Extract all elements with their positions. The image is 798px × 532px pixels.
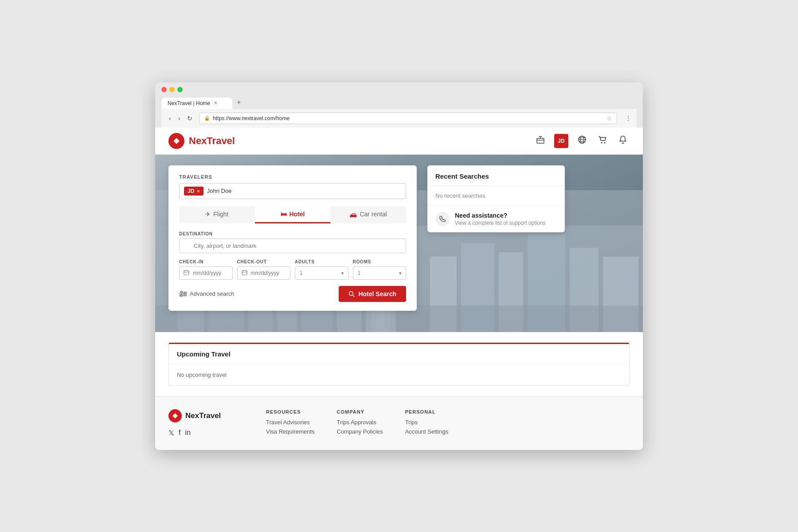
refresh-button[interactable]: ↻: [185, 114, 195, 123]
footer-inner: NexTravel 𝕏 f in RESOURCES Travel Adviso…: [168, 409, 630, 438]
adults-select[interactable]: 1 2 3 4: [295, 266, 348, 280]
globe-icon-button[interactable]: [575, 133, 589, 149]
logo-text: NexTravel: [189, 135, 235, 147]
close-dot[interactable]: [161, 87, 167, 92]
adults-label: ADULTS: [295, 259, 348, 264]
rooms-group: ROOMS 1 2 3 ▼: [353, 259, 407, 280]
browser-window: NexTravel | Home ✕ + ‹ › ↻ 🔒 https://www…: [155, 82, 643, 450]
logo-nex: Nex: [189, 135, 207, 146]
date-adults-row: CHECK-IN: [179, 259, 406, 280]
search-tabs: ✈ Flight 🛏 Hotel 🚗 Car rental: [179, 206, 406, 223]
assistance-subtitle: View a complete list of support options: [455, 220, 546, 226]
traveler-name: John Doe: [207, 188, 401, 194]
destination-input[interactable]: [179, 239, 406, 253]
destination-input-wrapper: [179, 239, 406, 253]
calendar-icon-checkout: [242, 270, 247, 277]
recent-searches-panel: Recent Searches No recent searches Need …: [427, 165, 565, 232]
footer-link-travel-advisories[interactable]: Travel Advisories: [266, 419, 315, 426]
remove-traveler-icon[interactable]: ×: [197, 188, 200, 194]
svg-rect-38: [242, 270, 247, 275]
assistance-text: Need assistance? View a complete list of…: [455, 212, 546, 226]
cart-icon-button[interactable]: [596, 133, 609, 149]
logo-travel: Travel: [207, 135, 235, 146]
footer-link-trips[interactable]: Trips: [405, 419, 449, 426]
footer-social: 𝕏 f in: [168, 429, 248, 437]
upcoming-section: Upcoming Travel No upcoming travel: [155, 332, 643, 396]
new-tab-button[interactable]: +: [232, 96, 245, 109]
car-icon: 🚗: [349, 211, 357, 218]
hero-section: TRAVELERS JD × John Doe ✈ Flight: [155, 155, 643, 332]
footer-company-title: COMPANY: [337, 409, 383, 415]
advanced-search-icon: [179, 291, 187, 297]
header-icons: JD: [534, 133, 630, 149]
tab-car-rental[interactable]: 🚗 Car rental: [330, 206, 406, 223]
hotel-search-button[interactable]: Hotel Search: [339, 286, 406, 302]
tab-hotel[interactable]: 🛏 Hotel: [255, 206, 331, 223]
browser-controls: [161, 87, 637, 92]
back-button[interactable]: ‹: [167, 114, 173, 123]
hotel-icon: 🛏: [281, 211, 287, 218]
checkin-label: CHECK-IN: [179, 259, 233, 264]
adults-group: ADULTS 1 2 3 4 ▼: [295, 259, 348, 280]
svg-point-8: [604, 142, 606, 144]
forward-button[interactable]: ›: [176, 114, 183, 123]
rewards-icon-button[interactable]: [534, 133, 547, 149]
browser-chrome: NexTravel | Home ✕ + ‹ › ↻ 🔒 https://www…: [155, 82, 643, 128]
bell-icon-button[interactable]: [616, 133, 630, 149]
facebook-icon[interactable]: f: [179, 429, 180, 437]
tab-close-icon[interactable]: ✕: [214, 100, 218, 106]
rooms-select[interactable]: 1 2 3: [353, 266, 407, 280]
app-content: NexTravel JD: [155, 128, 643, 450]
footer-link-company-policies[interactable]: Company Policies: [337, 428, 383, 435]
svg-point-43: [180, 295, 182, 297]
browser-tab-active[interactable]: NexTravel | Home ✕: [161, 98, 232, 109]
browser-tab-bar: NexTravel | Home ✕ +: [161, 96, 637, 109]
url-bar[interactable]: 🔒 https://www.nextravel.com/home ☆: [199, 113, 617, 124]
upcoming-inner: Upcoming Travel No upcoming travel: [168, 343, 630, 386]
linkedin-icon[interactable]: in: [185, 429, 190, 437]
address-bar-row: ‹ › ↻ 🔒 https://www.nextravel.com/home ☆…: [161, 109, 637, 128]
tab-title: NexTravel | Home: [168, 100, 210, 106]
checkin-group: CHECK-IN: [179, 259, 233, 280]
svg-rect-34: [184, 270, 189, 275]
logo-area[interactable]: NexTravel: [168, 133, 235, 149]
search-icon: [348, 291, 355, 297]
assistance-section: Need assistance? View a complete list of…: [427, 206, 565, 232]
user-avatar-button[interactable]: JD: [554, 134, 568, 148]
footer-personal-title: PERSONAL: [405, 409, 449, 415]
flight-icon: ✈: [205, 211, 211, 218]
logo-icon: [168, 133, 184, 149]
recent-searches-header: Recent Searches: [427, 165, 565, 186]
footer-col-resources: RESOURCES Travel Advisories Visa Require…: [266, 409, 315, 438]
rooms-label: ROOMS: [353, 259, 407, 264]
destination-label: DESTINATION: [179, 231, 406, 236]
avatar-initials: JD: [558, 138, 564, 144]
footer: NexTravel 𝕏 f in RESOURCES Travel Adviso…: [155, 396, 643, 450]
phone-icon: [435, 212, 450, 226]
browser-menu-icon[interactable]: ⋮: [625, 115, 631, 122]
app-header: NexTravel JD: [155, 128, 643, 155]
travelers-label: TRAVELERS: [179, 174, 406, 180]
footer-link-account-settings[interactable]: Account Settings: [405, 428, 449, 435]
calendar-icon-checkin: [184, 270, 189, 277]
footer-brand: NexTravel 𝕏 f in: [168, 409, 248, 438]
svg-point-44: [184, 293, 186, 295]
footer-link-visa-requirements[interactable]: Visa Requirements: [266, 428, 315, 435]
search-card: TRAVELERS JD × John Doe ✈ Flight: [168, 165, 417, 311]
bookmark-icon[interactable]: ☆: [606, 115, 612, 122]
checkout-input-wrapper: [237, 266, 291, 280]
footer-link-trips-approvals[interactable]: Trips Approvals: [337, 419, 383, 426]
tab-flight[interactable]: ✈ Flight: [179, 206, 255, 223]
assistance-title: Need assistance?: [455, 212, 546, 219]
advanced-search-button[interactable]: Advanced search: [179, 290, 234, 297]
search-actions: Advanced search Hotel Search: [179, 286, 406, 302]
traveler-initials: JD: [188, 188, 194, 194]
lock-icon: 🔒: [204, 115, 210, 121]
footer-columns: RESOURCES Travel Advisories Visa Require…: [266, 409, 630, 438]
fullscreen-dot[interactable]: [177, 87, 183, 92]
travelers-input[interactable]: JD × John Doe: [179, 183, 406, 199]
footer-logo-text: NexTravel: [185, 411, 221, 420]
url-text: https://www.nextravel.com/home: [213, 115, 289, 121]
minimize-dot[interactable]: [169, 87, 175, 92]
twitter-icon[interactable]: 𝕏: [168, 429, 174, 437]
